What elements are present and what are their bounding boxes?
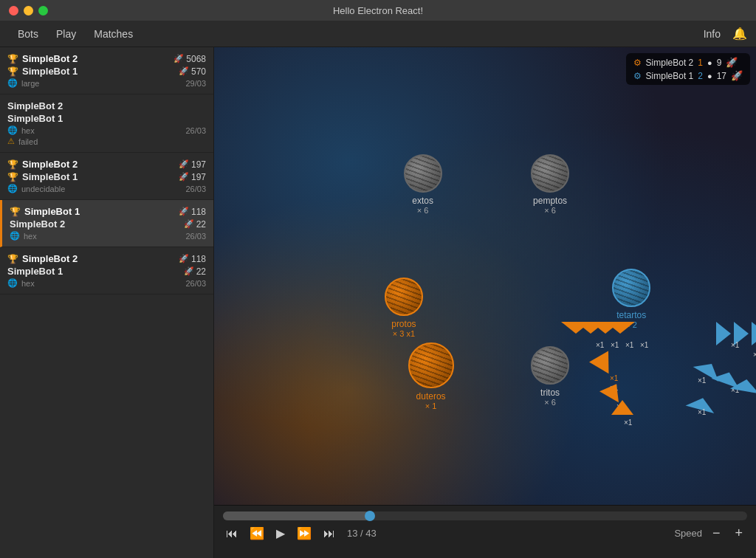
- planet-protos: protos × 3 x1: [385, 278, 423, 338]
- nav-play[interactable]: Play: [47, 25, 85, 43]
- planet-pemptos: pemptos × 6: [531, 154, 569, 215]
- match4-bot2-name: SimpleBot 2: [10, 218, 65, 230]
- match5-bot2-score: 22: [196, 266, 206, 277]
- gear-icon-p2: ⚙: [633, 71, 642, 81]
- minimize-button[interactable]: [24, 6, 33, 16]
- game-area: ⚙ SimpleBot 2 1 ● 9 🚀 ⚙ SimpleBot 1 2 ● …: [214, 47, 756, 558]
- trophy-icon-1: 🏆: [7, 54, 18, 64]
- rocket-icon-5: 🚀: [179, 254, 189, 264]
- match4-bot1-name: SimpleBot 1: [24, 206, 80, 217]
- game-canvas: ⚙ SimpleBot 2 1 ● 9 🚀 ⚙ SimpleBot 1 2 ● …: [214, 47, 756, 505]
- planet-extos-mult: × 6: [417, 206, 429, 215]
- app-title: Hello Electron React!: [333, 5, 423, 16]
- rocket-icon-1b: 🚀: [179, 66, 189, 76]
- match5-bot1-score: 118: [191, 254, 206, 264]
- score-p1-planets: 9: [717, 58, 722, 68]
- planet-tetartos-mult: × 2: [625, 320, 637, 329]
- trophy-icon-3: 🏆: [7, 159, 18, 170]
- nebula-background: [214, 47, 756, 505]
- frame-total: 43: [365, 528, 376, 539]
- planet-protos-name: protos: [391, 319, 416, 329]
- match-item-5[interactable]: 🏆 SimpleBot 2 🚀 118 SimpleBot 1 🚀 22 �: [0, 247, 213, 294]
- speed-plus-button[interactable]: +: [730, 524, 747, 542]
- match1-bot2-name: SimpleBot 1: [22, 66, 78, 77]
- trophy-icon-4: 🏆: [10, 207, 21, 217]
- match2-bot1-name: SimpleBot 2: [7, 100, 63, 111]
- match4-bot1-score: 118: [191, 207, 206, 217]
- match2-bot2-name: SimpleBot 1: [7, 113, 63, 124]
- rocket-icon-5b: 🚀: [184, 266, 194, 276]
- skip-start-button[interactable]: ⏮: [223, 524, 241, 543]
- match1-bot2-score: 570: [191, 66, 206, 77]
- rocket-icon-3: 🚀: [179, 159, 189, 169]
- rocket-icon-4b: 🚀: [184, 219, 194, 229]
- match1-bot1-score: 5068: [186, 54, 206, 64]
- match4-date: 26/03: [185, 232, 206, 241]
- trophy-icon-1b: 🏆: [7, 66, 18, 77]
- score-line-p1: ⚙ SimpleBot 2 1 ● 9 🚀: [633, 57, 743, 68]
- score-p2-name: SimpleBot 1: [646, 71, 694, 81]
- match2-map: hex: [21, 126, 35, 135]
- warn-icon-2: ⚠: [7, 137, 15, 146]
- planet-tritos-name: tritos: [540, 388, 560, 398]
- match2-date: 26/03: [185, 126, 206, 135]
- planet-duteros: duteros × 1: [408, 342, 454, 410]
- speed-controls: Speed − +: [674, 524, 747, 542]
- gear-icon-p1: ⚙: [633, 58, 642, 68]
- match5-bot1-name: SimpleBot 2: [22, 253, 78, 264]
- planet-extos-name: extos: [412, 196, 433, 206]
- globe-icon-5: 🌐: [7, 278, 18, 288]
- nav-bots[interactable]: Bots: [9, 25, 47, 43]
- rocket-icon-3b: 🚀: [179, 172, 189, 182]
- score-p2-rank: 2: [698, 71, 703, 81]
- globe-icon-1: 🌐: [7, 78, 18, 88]
- nav-matches[interactable]: Matches: [85, 25, 142, 43]
- trophy-icon-3b: 🏆: [7, 172, 18, 182]
- close-button[interactable]: [9, 6, 18, 16]
- control-buttons: ⏮ ⏪ ▶ ⏩ ⏭ 13 / 43 Speed − +: [214, 523, 756, 543]
- speed-label: Speed: [674, 528, 702, 539]
- planet-icon-p1: ●: [707, 58, 712, 67]
- match4-map: hex: [24, 232, 37, 241]
- trophy-icon-5: 🏆: [7, 254, 18, 264]
- progress-bar[interactable]: [223, 512, 747, 520]
- match5-bot2-name: SimpleBot 1: [7, 266, 63, 277]
- globe-icon-2: 🌐: [7, 125, 18, 135]
- maximize-button[interactable]: [38, 6, 48, 16]
- planet-pemptos-mult: × 6: [544, 206, 556, 215]
- rocket-icon-1: 🚀: [173, 54, 184, 63]
- frame-current: 13: [347, 528, 357, 539]
- skip-end-button[interactable]: ⏭: [320, 524, 338, 543]
- nav-info[interactable]: Info: [704, 28, 721, 40]
- match3-bot2-name: SimpleBot 1: [22, 171, 78, 182]
- match-item-3[interactable]: 🏆 SimpleBot 2 🚀 197 🏆 SimpleBot 1 🚀 197: [0, 153, 213, 200]
- titlebar: Hello Electron React!: [0, 0, 756, 21]
- match1-date: 29/03: [185, 79, 206, 88]
- step-forward-button[interactable]: ⏩: [294, 523, 315, 543]
- match3-date: 26/03: [185, 185, 206, 193]
- nav-bell-icon[interactable]: 🔔: [732, 27, 747, 41]
- match-item-4[interactable]: 🏆 SimpleBot 1 🚀 118 SimpleBot 2 🚀 22 �: [0, 200, 213, 247]
- planet-tetartos: tetartos × 2: [612, 269, 650, 329]
- globe-icon-3: 🌐: [7, 184, 18, 193]
- play-button[interactable]: ▶: [273, 523, 288, 543]
- planet-duteros-name: duteros: [416, 391, 446, 402]
- match1-bot1-name: SimpleBot 2: [22, 53, 78, 64]
- match3-bot1-score: 197: [191, 159, 206, 170]
- planet-pemptos-name: pemptos: [533, 196, 567, 206]
- planet-icon-p2: ●: [707, 72, 712, 80]
- match4-bot2-score: 22: [196, 219, 206, 230]
- match-item-1[interactable]: 🏆 SimpleBot 2 🚀 5068 🏆 SimpleBot 1 🚀 570: [0, 47, 213, 94]
- speed-minus-button[interactable]: −: [708, 524, 725, 542]
- match5-map: hex: [21, 279, 35, 288]
- planet-tritos-mult: × 6: [544, 398, 556, 407]
- step-back-button[interactable]: ⏪: [247, 523, 267, 543]
- match-item-2[interactable]: SimpleBot 2 SimpleBot 1 🌐 hex 26/03 ⚠ fa…: [0, 94, 213, 153]
- score-overlay: ⚙ SimpleBot 2 1 ● 9 🚀 ⚙ SimpleBot 1 2 ● …: [626, 53, 750, 85]
- window-controls: [9, 6, 48, 16]
- score-line-p2: ⚙ SimpleBot 1 2 ● 17 🚀: [633, 70, 743, 81]
- match3-map: undecidable: [21, 185, 65, 193]
- match2-status: failed: [18, 137, 38, 146]
- planet-protos-mult: × 3 x1: [393, 329, 415, 338]
- rocket-icon-score-p2: 🚀: [731, 70, 743, 81]
